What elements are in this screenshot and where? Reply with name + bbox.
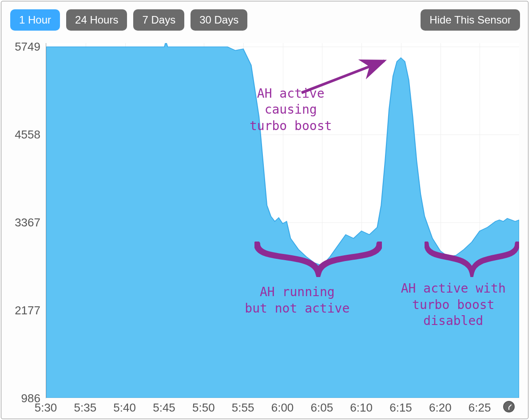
range-1h-button[interactable]: 1 Hour — [10, 9, 60, 31]
x-tick-label: 6:25 — [468, 401, 491, 415]
x-tick-label: 6:05 — [311, 401, 333, 415]
annotation-brace-right-label: AH active with turbo boost disabled — [401, 281, 506, 329]
x-tick-label: 5:50 — [192, 401, 215, 415]
y-tick-label: 5749 — [15, 40, 40, 54]
annotation-brace-left-label: AH running but not active — [245, 284, 349, 317]
clock-icon — [503, 401, 515, 412]
x-tick-label: 5:55 — [232, 401, 254, 415]
x-tick-label: 5:30 — [35, 401, 57, 415]
x-tick-label: 5:40 — [113, 401, 136, 415]
x-tick-label: 6:20 — [429, 401, 452, 415]
chart: 9862177336745585749 AH active causing tu… — [1, 36, 528, 419]
x-tick-label: 5:35 — [74, 401, 97, 415]
hide-sensor-button[interactable]: Hide This Sensor — [421, 9, 520, 31]
x-tick-label: 6:00 — [271, 401, 294, 415]
time-range-toolbar: 1 Hour 24 Hours 7 Days 30 Days Hide This… — [1, 1, 528, 35]
plot-area: AH active causing turbo boost AH running… — [46, 43, 519, 398]
range-24h-button[interactable]: 24 Hours — [66, 9, 127, 31]
annotation-brace-left — [254, 242, 382, 277]
x-tick-label: 6:15 — [389, 401, 412, 415]
x-tick-label: 5:45 — [153, 401, 175, 415]
annotation-arrow-label: AH active causing turbo boost — [250, 86, 332, 134]
x-tick-label: 6:10 — [350, 401, 373, 415]
range-30d-button[interactable]: 30 Days — [191, 9, 247, 31]
annotation-brace-right — [425, 242, 519, 277]
y-tick-label: 2177 — [15, 304, 40, 317]
range-7d-button[interactable]: 7 Days — [133, 9, 184, 31]
y-axis-labels: 9862177336745585749 — [1, 36, 46, 398]
x-axis-labels: 5:305:355:405:455:505:556:006:056:106:15… — [46, 398, 519, 419]
y-tick-label: 4558 — [15, 128, 40, 142]
sensor-panel: 1 Hour 24 Hours 7 Days 30 Days Hide This… — [1, 1, 528, 419]
y-tick-label: 3367 — [15, 216, 40, 230]
